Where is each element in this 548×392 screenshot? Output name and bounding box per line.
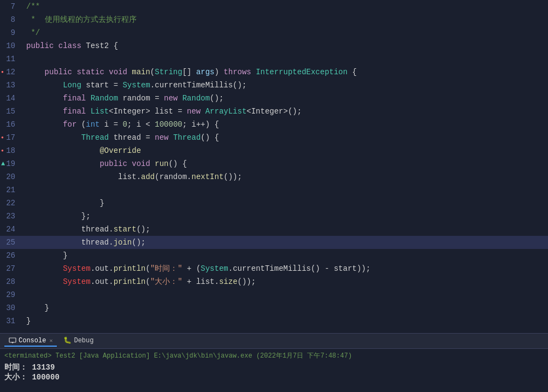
tab-debug[interactable]: 🐛 Debug <box>59 335 98 347</box>
console-output-line: 时间： 13139 <box>4 363 544 372</box>
table-row: ▲19 public void run() { <box>0 157 548 170</box>
code-line-content: public class Test2 { <box>22 39 548 52</box>
code-line-content: final Random random = new Random(); <box>22 92 548 105</box>
code-line-content: System.out.println("大小：" + list.size()); <box>22 275 548 288</box>
terminated-line: <terminated> Test2 [Java Application] E:… <box>4 351 544 360</box>
debug-icon: 🐛 <box>63 336 72 345</box>
table-row: 15 final List<Integer> list = new ArrayL… <box>0 105 548 118</box>
code-line-content: }; <box>22 210 548 223</box>
table-row: ●18 @Override <box>0 144 548 157</box>
code-line-content: System.out.println("时间：" + (System.curre… <box>22 262 548 275</box>
table-row: 13 Long start = System.currentTimeMillis… <box>0 79 548 92</box>
table-row: 21 <box>0 183 548 197</box>
table-row: 22 } <box>0 197 548 210</box>
line-number: ●18 <box>0 144 22 157</box>
table-row: 28 System.out.println("大小：" + list.size(… <box>0 275 548 288</box>
code-line-content: thread.join(); <box>22 236 548 249</box>
line-number: 14 <box>0 92 22 105</box>
line-number: 13 <box>0 79 22 92</box>
line-number: 11 <box>0 52 22 66</box>
line-number: 25 <box>0 236 22 249</box>
breakpoint-icon: ● <box>1 131 4 144</box>
code-editor[interactable]: 7/**8 * 使用线程的方式去执行程序9 */10public class T… <box>0 0 548 333</box>
console-panel: Console ✕ 🐛 Debug <terminated> Test2 [Ja… <box>0 333 548 392</box>
code-line-content: Long start = System.currentTimeMillis(); <box>22 79 548 92</box>
code-line-content: public static void main(String[] args) t… <box>22 66 548 79</box>
line-number: 9 <box>0 26 22 39</box>
line-number: 16 <box>0 118 22 131</box>
code-line-content <box>22 183 548 197</box>
table-row: 16 for (int i = 0; i < 100000; i++) { <box>0 118 548 131</box>
line-number: ●12 <box>0 66 22 79</box>
code-line-content: /** <box>22 0 548 13</box>
table-row: 25 thread.join(); <box>0 236 548 249</box>
tab-console[interactable]: Console ✕ <box>4 336 57 347</box>
line-number: 24 <box>0 223 22 236</box>
table-row: 10public class Test2 { <box>0 39 548 52</box>
code-line-content: public void run() { <box>22 157 548 170</box>
line-number: 30 <box>0 301 22 314</box>
line-number: 29 <box>0 288 22 301</box>
console-tab-bar: Console ✕ 🐛 Debug <box>0 334 548 349</box>
table-row: 27 System.out.println("时间：" + (System.cu… <box>0 262 548 275</box>
console-output: <terminated> Test2 [Java Application] E:… <box>0 349 548 384</box>
line-number: ▲19 <box>0 157 22 170</box>
table-row: 8 * 使用线程的方式去执行程序 <box>0 13 548 26</box>
table-row: 31} <box>0 314 548 328</box>
tab-debug-label: Debug <box>74 337 93 345</box>
line-number: 22 <box>0 197 22 210</box>
line-number: 7 <box>0 0 22 13</box>
table-row: ●17 Thread thread = new Thread() { <box>0 131 548 144</box>
code-line-content: */ <box>22 26 548 39</box>
line-number: 26 <box>0 249 22 262</box>
execution-arrow-icon: ▲ <box>1 157 5 170</box>
table-row: 7/** <box>0 0 548 13</box>
table-row: 26 } <box>0 249 548 262</box>
line-number: 20 <box>0 170 22 183</box>
line-number: 28 <box>0 275 22 288</box>
line-number: 31 <box>0 314 22 328</box>
code-line-content <box>22 52 548 66</box>
breakpoint-icon: ● <box>1 66 4 79</box>
code-line-content: thread.start(); <box>22 223 548 236</box>
code-line-content: @Override <box>22 144 548 157</box>
code-table: 7/**8 * 使用线程的方式去执行程序9 */10public class T… <box>0 0 548 328</box>
code-line-content: } <box>22 197 548 210</box>
svg-rect-0 <box>9 338 16 342</box>
table-row: ●12 public static void main(String[] arg… <box>0 66 548 79</box>
code-line-content: list.add(random.nextInt()); <box>22 170 548 183</box>
code-line-content: final List<Integer> list = new ArrayList… <box>22 105 548 118</box>
line-number: 23 <box>0 210 22 223</box>
line-number: 10 <box>0 39 22 52</box>
code-line-content: for (int i = 0; i < 100000; i++) { <box>22 118 548 131</box>
table-row: 30 } <box>0 301 548 314</box>
tab-console-close[interactable]: ✕ <box>49 337 52 344</box>
table-row: 20 list.add(random.nextInt()); <box>0 170 548 183</box>
table-row: 14 final Random random = new Random(); <box>0 92 548 105</box>
line-number: 8 <box>0 13 22 26</box>
table-row: 29 <box>0 288 548 301</box>
table-row: 11 <box>0 52 548 66</box>
line-number: 15 <box>0 105 22 118</box>
monitor-icon <box>9 337 16 345</box>
code-line-content: * 使用线程的方式去执行程序 <box>22 13 548 26</box>
code-line-content <box>22 288 548 301</box>
code-line-content: } <box>22 249 548 262</box>
breakpoint-icon: ● <box>1 144 4 157</box>
line-number: 27 <box>0 262 22 275</box>
line-number: 21 <box>0 183 22 197</box>
code-line-content: } <box>22 301 548 314</box>
tab-console-label: Console <box>19 337 46 345</box>
table-row: 24 thread.start(); <box>0 223 548 236</box>
editor-container: 7/**8 * 使用线程的方式去执行程序9 */10public class T… <box>0 0 548 392</box>
code-line-content: } <box>22 314 548 328</box>
table-row: 9 */ <box>0 26 548 39</box>
table-row: 23 }; <box>0 210 548 223</box>
code-line-content: Thread thread = new Thread() { <box>22 131 548 144</box>
console-output-line: 大小： 100000 <box>4 372 544 382</box>
line-number: ●17 <box>0 131 22 144</box>
